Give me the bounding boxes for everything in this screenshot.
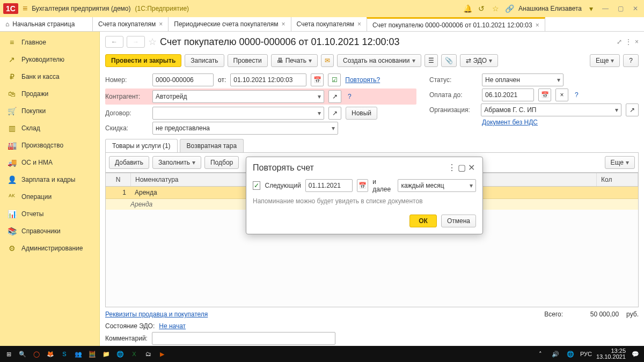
sidebar-item-assets[interactable]: 🚚ОС и НМА: [0, 154, 99, 171]
taskbar-app-icon[interactable]: 🦊: [45, 351, 56, 358]
fill-button[interactable]: Заполнить▾: [152, 156, 201, 169]
open-contract-button[interactable]: ↗: [328, 107, 341, 120]
post-button[interactable]: Провести: [228, 54, 268, 67]
org-input[interactable]: Абрамов Г. С. ИП▾: [481, 104, 621, 116]
doc-without-vat-link[interactable]: Документ без НДС: [482, 119, 538, 126]
calendar-button[interactable]: 📅: [311, 73, 324, 86]
sidebar-item-production[interactable]: 🏭Производство: [0, 137, 99, 154]
user-dropdown-icon[interactable]: ▾: [586, 4, 596, 13]
tab-item[interactable]: Счета покупателям ×: [93, 17, 169, 31]
period-select[interactable]: каждый месяц▾: [398, 179, 476, 192]
tray-date[interactable]: 13.10.2021: [596, 354, 626, 360]
open-link-icon[interactable]: ⤢: [617, 38, 622, 46]
menu-burger-icon[interactable]: ≡: [23, 4, 27, 13]
print-button[interactable]: 🖶Печать▾: [271, 54, 318, 67]
pay-date-input[interactable]: 06.10.2021: [482, 88, 534, 101]
edo-button[interactable]: ⇄ЭДО▾: [460, 54, 499, 67]
sidebar-item-payroll[interactable]: 👤Зарплата и кадры: [0, 171, 99, 188]
write-button[interactable]: Записать: [185, 54, 224, 67]
date-input[interactable]: 01.10.2021 12:00:03: [230, 73, 306, 86]
start-icon[interactable]: ⊞: [3, 351, 14, 358]
history-icon[interactable]: ↺: [477, 4, 486, 13]
pay-calendar-button[interactable]: 📅: [538, 88, 551, 101]
tab-home[interactable]: ⌂ Начальная страница: [0, 17, 93, 31]
cancel-button[interactable]: Отмена: [441, 215, 476, 227]
sidebar-item-refs[interactable]: 📚Справочники: [0, 223, 99, 240]
add-row-button[interactable]: Добавить: [109, 156, 149, 169]
close-icon[interactable]: ✕: [630, 5, 641, 12]
dialog-more-icon[interactable]: ⋮: [447, 162, 457, 173]
tab-tare[interactable]: Возвратная тара: [180, 139, 244, 152]
more-vert-icon[interactable]: ⋮: [625, 38, 632, 46]
taskbar-app-icon[interactable]: 🧮: [87, 351, 98, 358]
open-contragent-button[interactable]: ↗: [328, 90, 341, 103]
contragent-help-icon[interactable]: ?: [348, 93, 352, 100]
tab-goods[interactable]: Товары и услуги (1): [105, 139, 178, 152]
pay-clear-button[interactable]: ×: [555, 88, 568, 101]
sidebar-item-operations[interactable]: ᴬᴷОперации: [0, 188, 99, 205]
tab-close-icon[interactable]: ×: [159, 20, 163, 28]
tab-close-icon[interactable]: ×: [282, 20, 286, 28]
star-icon[interactable]: ☆: [491, 4, 500, 13]
sidebar-item-sales[interactable]: 🛍Продажи: [0, 85, 99, 102]
structure-button[interactable]: ☰: [425, 54, 438, 67]
tab-close-icon[interactable]: ×: [536, 21, 539, 29]
taskbar-app-icon[interactable]: 📁: [101, 351, 112, 358]
tray-lang[interactable]: РУС: [580, 351, 592, 357]
open-org-button[interactable]: ↗: [626, 104, 639, 116]
create-basis-button[interactable]: Создать на основании▾: [337, 54, 421, 67]
next-date-calendar[interactable]: 📅: [357, 179, 369, 192]
taskbar-app-icon[interactable]: ▶: [157, 351, 167, 358]
repeat-link[interactable]: Повторять?: [345, 76, 380, 84]
more-button[interactable]: Еще▾: [590, 54, 620, 67]
network-icon[interactable]: 🌐: [565, 351, 576, 358]
back-button[interactable]: ←: [105, 36, 123, 48]
maximize-icon[interactable]: ▢: [615, 5, 626, 12]
sidebar-item-admin[interactable]: ⚙Администрирование: [0, 240, 99, 257]
sidebar-item-bank[interactable]: ₽Банк и касса: [0, 68, 99, 85]
next-date-input[interactable]: 01.11.2021: [305, 179, 353, 192]
sidebar-item-purchases[interactable]: 🛒Покупки: [0, 102, 99, 120]
pay-help-icon[interactable]: ?: [575, 91, 579, 99]
taskbar-app-icon[interactable]: S: [59, 351, 70, 357]
new-contract-button[interactable]: Новый: [346, 107, 377, 120]
sidebar-item-manager[interactable]: ↗Руководителю: [0, 51, 99, 68]
forward-button[interactable]: →: [127, 36, 145, 48]
close-panel-icon[interactable]: ×: [635, 38, 639, 46]
col-n[interactable]: N: [106, 173, 131, 186]
tab-item[interactable]: Счета покупателям ×: [291, 17, 367, 31]
status-input[interactable]: Не оплачен▾: [482, 73, 564, 86]
contract-input[interactable]: ▾: [152, 107, 324, 120]
taskbar-app-icon[interactable]: X: [129, 351, 140, 357]
taskbar-app-icon[interactable]: ◯: [31, 351, 42, 358]
help-button[interactable]: ?: [623, 54, 639, 67]
taskbar-app-icon[interactable]: 👥: [73, 351, 84, 358]
comment-input[interactable]: [152, 332, 335, 345]
dialog-close-icon[interactable]: ✕: [466, 162, 476, 173]
checkbox-icon[interactable]: ☑: [328, 73, 341, 86]
seller-buyer-link[interactable]: Реквизиты продавца и покупателя: [105, 311, 208, 318]
tab-item[interactable]: Периодические счета покупателям ×: [169, 17, 291, 31]
bell-icon[interactable]: 🔔: [463, 4, 472, 13]
minimize-icon[interactable]: —: [600, 5, 611, 12]
tab-close-icon[interactable]: ×: [357, 20, 361, 28]
notifications-icon[interactable]: 💬: [630, 351, 641, 358]
col-qty[interactable]: Кол: [597, 173, 638, 186]
attach-button[interactable]: 📎: [441, 54, 457, 67]
table-more-button[interactable]: Еще▾: [605, 156, 635, 169]
sidebar-item-main[interactable]: ≡Главное: [0, 34, 99, 51]
ok-button[interactable]: ОК: [409, 215, 437, 227]
next-checkbox[interactable]: ✓: [253, 181, 260, 190]
number-input[interactable]: 0000-000006: [152, 73, 214, 86]
search-icon[interactable]: 🔍: [17, 351, 28, 358]
edo-state-link[interactable]: Не начат: [159, 322, 186, 330]
sidebar-item-reports[interactable]: 📊Отчеты: [0, 205, 99, 223]
current-user[interactable]: Анашкина Елизавета: [518, 5, 582, 12]
favorite-icon[interactable]: ☆: [148, 36, 157, 48]
contragent-input[interactable]: Автотрейд▾: [152, 90, 324, 103]
link-icon[interactable]: 🔗: [504, 4, 514, 13]
pick-button[interactable]: Подбор: [204, 156, 239, 169]
post-and-close-button[interactable]: Провести и закрыть: [105, 54, 181, 67]
discount-input[interactable]: не предоставлена▾: [152, 122, 338, 135]
sound-icon[interactable]: 🔊: [550, 351, 561, 358]
